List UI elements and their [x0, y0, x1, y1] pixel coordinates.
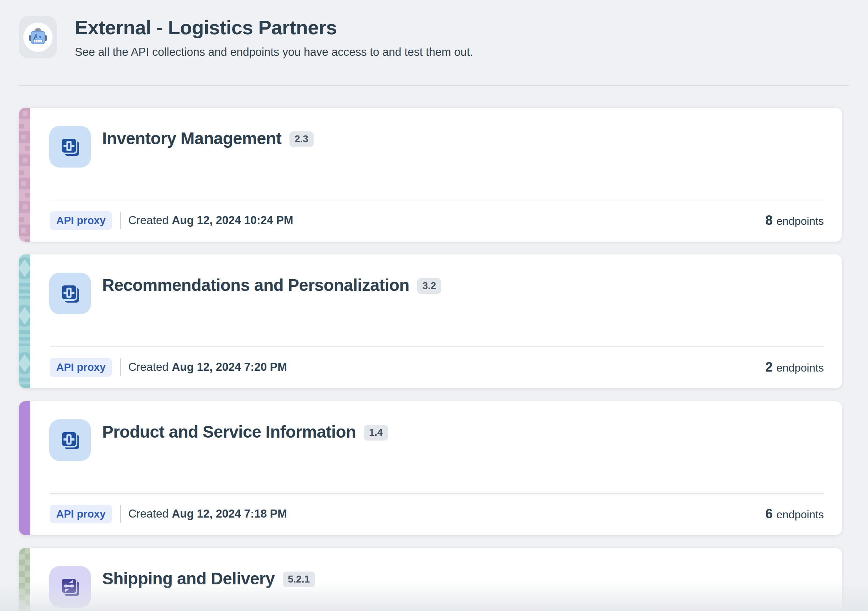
page-subtitle: See all the API collections and endpoint…: [75, 46, 849, 59]
api-card-product-service-information[interactable]: Product and Service Information 1.4 API …: [19, 401, 842, 535]
api-type-badge: API proxy: [50, 211, 112, 230]
page-title: External - Logistics Partners: [75, 17, 849, 38]
endpoints-count: 8endpoints: [766, 213, 824, 228]
footer-separator: [120, 505, 121, 523]
api-card-recommendations-personalization[interactable]: Recommendations and Personalization 3.2 …: [19, 254, 842, 388]
api-proxy-icon: [49, 273, 91, 314]
card-title: Shipping and Delivery: [102, 569, 275, 588]
card-accent-stripe: [19, 548, 30, 611]
api-proxy-icon: [49, 419, 91, 461]
api-card-shipping-delivery[interactable]: Shipping and Delivery 5.2.1: [19, 548, 842, 611]
api-type-badge: API proxy: [50, 505, 112, 523]
card-accent-stripe: [19, 254, 30, 388]
version-badge: 2.3: [290, 132, 313, 147]
card-accent-stripe: [19, 108, 30, 242]
footer-separator: [120, 358, 121, 376]
card-title: Product and Service Information: [102, 422, 356, 442]
header-divider: [19, 85, 849, 86]
api-type-badge: API proxy: [50, 358, 112, 377]
version-badge: 1.4: [364, 425, 388, 440]
shared-flow-icon: [49, 566, 91, 608]
page-header: External - Logistics Partners See all th…: [19, 14, 849, 68]
api-collection-list: Inventory Management 2.3 API proxy Creat…: [19, 108, 842, 611]
robot-icon: [19, 16, 57, 58]
card-title: Inventory Management: [102, 129, 281, 148]
created-timestamp: CreatedAug 12, 2024 10:24 PM: [128, 214, 293, 227]
api-card-inventory-management[interactable]: Inventory Management 2.3 API proxy Creat…: [19, 108, 842, 242]
endpoints-count: 6endpoints: [766, 506, 824, 521]
created-timestamp: CreatedAug 12, 2024 7:18 PM: [128, 507, 287, 521]
version-badge: 5.2.1: [283, 572, 315, 587]
footer-separator: [120, 212, 121, 229]
api-proxy-icon: [49, 126, 91, 167]
card-accent-stripe: [19, 401, 30, 535]
created-timestamp: CreatedAug 12, 2024 7:20 PM: [128, 361, 287, 374]
version-badge: 3.2: [417, 278, 441, 294]
card-title: Recommendations and Personalization: [102, 276, 409, 295]
endpoints-count: 2endpoints: [766, 360, 824, 375]
